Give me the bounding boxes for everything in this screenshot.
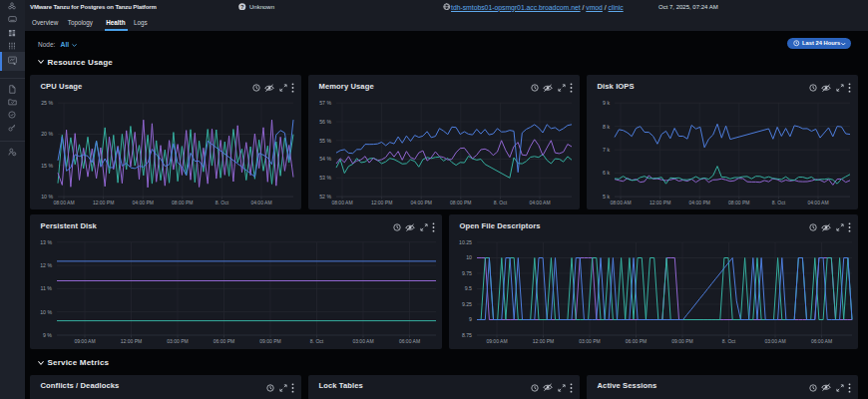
svg-text:04:00 PM: 04:00 PM	[410, 200, 431, 205]
svg-text:12:00 PM: 12:00 PM	[93, 200, 114, 205]
svg-text:03:00 PM: 03:00 PM	[579, 338, 600, 344]
svg-text:8. Oct: 8. Oct	[310, 338, 324, 344]
svg-text:09:00 AM: 09:00 AM	[74, 338, 95, 344]
svg-text:6 k: 6 k	[603, 170, 610, 176]
svg-text:8. Oct: 8. Oct	[494, 200, 508, 205]
svg-text:03:00 AM: 03:00 AM	[352, 338, 373, 344]
svg-text:13 %: 13 %	[40, 239, 52, 245]
svg-text:08:00 PM: 08:00 PM	[172, 200, 193, 205]
svg-text:10: 10	[466, 254, 472, 260]
svg-text:5 k: 5 k	[603, 194, 610, 200]
svg-text:52 %: 52 %	[319, 194, 331, 200]
svg-text:09:00 PM: 09:00 PM	[671, 338, 692, 344]
svg-text:8. Oct: 8. Oct	[772, 200, 786, 205]
svg-text:?: ?	[240, 4, 244, 10]
svg-text:03:00 AM: 03:00 AM	[764, 338, 785, 344]
svg-text:15 %: 15 %	[41, 163, 53, 169]
svg-text:04:00 AM: 04:00 AM	[807, 200, 828, 205]
svg-text:08:00 AM: 08:00 AM	[610, 200, 631, 205]
svg-text:53 %: 53 %	[319, 175, 331, 181]
svg-text:06:00 PM: 06:00 PM	[626, 338, 647, 344]
svg-text:56 %: 56 %	[319, 119, 331, 125]
svg-text:8 k: 8 k	[603, 124, 610, 130]
svg-text:03:00 PM: 03:00 PM	[167, 338, 188, 344]
svg-text:08:00 AM: 08:00 AM	[331, 200, 352, 205]
svg-text:10 %: 10 %	[41, 194, 53, 200]
svg-text:08:00 AM: 08:00 AM	[53, 200, 74, 205]
svg-text:8. Oct: 8. Oct	[216, 200, 229, 205]
svg-text:12:00 PM: 12:00 PM	[371, 200, 392, 205]
svg-text:06:00 PM: 06:00 PM	[214, 338, 234, 344]
svg-text:9.25: 9.25	[462, 301, 472, 307]
svg-text:10.25: 10.25	[459, 239, 472, 245]
svg-text:06:00 AM: 06:00 AM	[811, 338, 832, 344]
svg-text:7 k: 7 k	[603, 147, 610, 153]
svg-text:08:00 PM: 08:00 PM	[728, 200, 749, 205]
svg-text:10 %: 10 %	[40, 309, 52, 315]
svg-text:12:00 PM: 12:00 PM	[650, 200, 670, 205]
svg-text:11 %: 11 %	[41, 285, 53, 291]
svg-text:04:00 AM: 04:00 AM	[250, 200, 271, 205]
svg-text:57 %: 57 %	[319, 100, 331, 106]
svg-text:55 %: 55 %	[319, 138, 331, 144]
svg-text:20 %: 20 %	[41, 131, 53, 137]
svg-text:12 %: 12 %	[40, 262, 52, 268]
svg-text:04:00 PM: 04:00 PM	[132, 200, 153, 205]
svg-text:9.75: 9.75	[462, 270, 472, 276]
svg-text:9 %: 9 %	[43, 332, 52, 338]
svg-text:12:00 PM: 12:00 PM	[533, 338, 554, 344]
svg-text:04:00 PM: 04:00 PM	[688, 200, 709, 205]
svg-text:08:00 PM: 08:00 PM	[450, 200, 471, 205]
svg-text:9: 9	[469, 316, 472, 322]
svg-text:9.5: 9.5	[465, 285, 472, 291]
svg-text:54 %: 54 %	[319, 156, 331, 162]
svg-text:06:00 AM: 06:00 AM	[399, 338, 420, 344]
svg-text:04:00 AM: 04:00 AM	[529, 200, 550, 205]
svg-text:25 %: 25 %	[41, 100, 53, 106]
svg-text:09:00 PM: 09:00 PM	[259, 338, 280, 344]
svg-text:09:00 AM: 09:00 AM	[486, 338, 507, 344]
svg-text:9 k: 9 k	[603, 100, 610, 106]
svg-text:8. Oct: 8. Oct	[722, 338, 736, 344]
svg-text:12:00 PM: 12:00 PM	[121, 338, 142, 344]
svg-text:8.75: 8.75	[462, 332, 472, 338]
